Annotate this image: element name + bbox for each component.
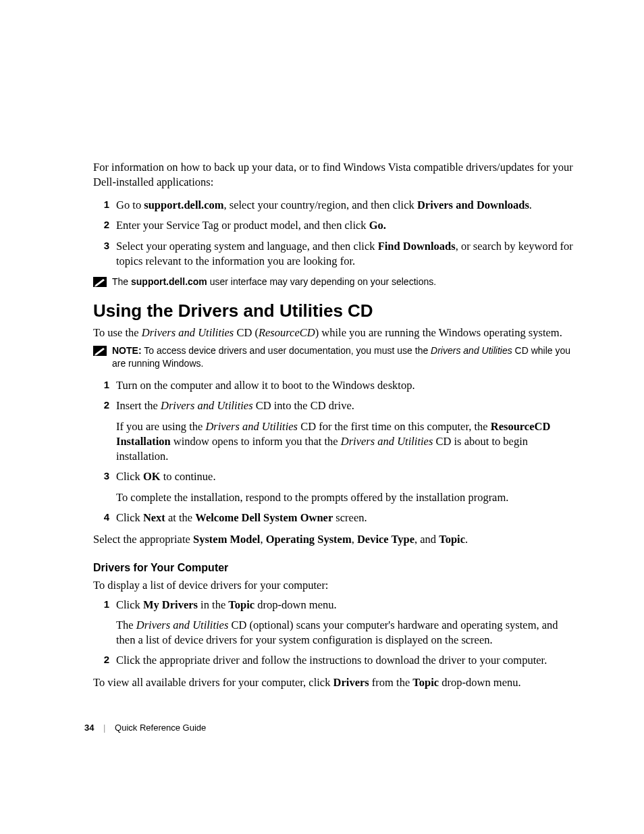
ordered-list-1: 1 Go to support.dell.com, select your co… [93, 198, 573, 269]
list2-item-1: 1 Turn on the computer and allow it to b… [93, 378, 573, 393]
list-item-extra: The Drivers and Utilities CD (optional) … [116, 618, 573, 648]
text: window opens to inform you that the [171, 435, 341, 448]
text: at the [165, 511, 195, 524]
list-number: 1 [97, 198, 109, 211]
bold: Topic [412, 676, 439, 689]
bold: OK [143, 470, 161, 483]
bold: Go. [369, 219, 386, 232]
text: Click [116, 470, 143, 483]
bold: Find Downloads [378, 240, 456, 253]
text: , [260, 533, 265, 546]
text: . [465, 533, 468, 546]
bold: Welcome Dell System Owner [195, 511, 333, 524]
italic: Drivers and Utilities [431, 345, 512, 356]
text: The [116, 619, 136, 631]
text: To use the [93, 326, 142, 339]
text: screen. [333, 511, 367, 524]
text: , and [414, 533, 439, 546]
list1-item-3: 3 Select your operating system and langu… [93, 239, 573, 269]
italic: Drivers and Utilities [136, 619, 229, 631]
list1-item-2: 2 Enter your Service Tag or product mode… [93, 218, 573, 233]
page-number: 34 [84, 723, 94, 733]
text: If you are using the [116, 420, 205, 433]
text: . [529, 199, 532, 211]
paragraph-view-all: To view all available drivers for your c… [93, 675, 573, 690]
document-page: For information on how to back up your d… [0, 0, 644, 834]
list-number: 4 [97, 511, 109, 524]
text: Click [116, 511, 143, 524]
list2-item-4: 4 Click Next at the Welcome Dell System … [93, 511, 573, 525]
note-label: NOTE: [112, 345, 142, 356]
text: Click the appropriate driver and follow … [116, 654, 547, 667]
bold: support.dell.com [131, 276, 207, 287]
text: Enter your Service Tag or product model,… [116, 219, 369, 232]
bold: Topic [228, 598, 254, 611]
list-number: 2 [97, 398, 109, 412]
paragraph-display: To display a list of device drivers for … [93, 578, 573, 593]
text: The [112, 276, 131, 287]
note-1: The support.dell.com user interface may … [93, 276, 573, 288]
text: To complete the installation, respond to… [116, 491, 508, 504]
list3-item-2: 2 Click the appropriate driver and follo… [93, 653, 573, 668]
note-text: The support.dell.com user interface may … [112, 276, 436, 288]
text: Select your operating system and languag… [116, 240, 378, 253]
list-number: 2 [97, 653, 109, 667]
text: Go to [116, 199, 144, 211]
italic: Drivers and Utilities [341, 435, 433, 448]
text: drop-down menu. [439, 676, 520, 689]
text: Insert the [116, 399, 161, 412]
text: Select the appropriate [93, 533, 193, 546]
paragraph-select: Select the appropriate System Model, Ope… [93, 532, 573, 547]
note-2: NOTE: To access device drivers and user … [93, 344, 573, 370]
italic: Drivers and Utilities [161, 399, 253, 412]
bold: Topic [439, 533, 465, 546]
bold: Operating System [266, 533, 352, 546]
text: to continue. [161, 470, 216, 483]
list-number: 1 [97, 598, 109, 611]
pencil-icon [93, 346, 107, 356]
text: CD ( [234, 326, 259, 339]
text: Click [116, 598, 143, 611]
text: To access device drivers and user docume… [142, 345, 431, 356]
list-number: 3 [97, 469, 109, 483]
italic: ResourceCD [259, 326, 315, 339]
list2-item-3: 3 Click OK to continue. To complete the … [93, 469, 573, 505]
text: Turn on the computer and allow it to boo… [116, 379, 415, 392]
intro-paragraph: For information on how to back up your d… [93, 160, 573, 190]
footer-title: Quick Reference Guide [115, 723, 206, 733]
list-number: 2 [97, 218, 109, 232]
section-heading: Using the Drivers and Utilities CD [93, 301, 573, 321]
text: CD for the first time on this computer, … [298, 420, 491, 433]
italic: Drivers and Utilities [205, 420, 298, 433]
paragraph: To use the Drivers and Utilities CD (Res… [93, 325, 573, 340]
pencil-icon [93, 277, 107, 287]
bold: Next [143, 511, 165, 524]
text: drop-down menu. [254, 598, 336, 611]
ordered-list-3: 1 Click My Drivers in the Topic drop-dow… [93, 598, 573, 669]
ordered-list-2: 1 Turn on the computer and allow it to b… [93, 378, 573, 525]
bold: Drivers [333, 676, 369, 689]
subsection-heading: Drivers for Your Computer [93, 562, 573, 574]
bold: support.dell.com [144, 199, 223, 211]
bold: My Drivers [143, 598, 198, 611]
list2-item-2: 2 Insert the Drivers and Utilities CD in… [93, 398, 573, 464]
text: To view all available drivers for your c… [93, 676, 333, 689]
bold: Drivers and Downloads [417, 199, 529, 211]
text: from the [369, 676, 413, 689]
list-number: 3 [97, 239, 109, 253]
text: , [352, 533, 357, 546]
list1-item-1: 1 Go to support.dell.com, select your co… [93, 198, 573, 213]
list-number: 1 [97, 378, 109, 392]
text: CD into the CD drive. [253, 399, 354, 412]
note-text: NOTE: To access device drivers and user … [112, 344, 573, 370]
bold: Device Type [357, 533, 414, 546]
list-item-extra: If you are using the Drivers and Utiliti… [116, 419, 573, 465]
list3-item-1: 1 Click My Drivers in the Topic drop-dow… [93, 598, 573, 648]
footer-separator: | [103, 723, 105, 733]
italic: Drivers and Utilities [142, 326, 234, 339]
text: user interface may vary depending on you… [207, 276, 436, 287]
list-item-extra: To complete the installation, respond to… [116, 490, 573, 505]
bold: System Model [193, 533, 260, 546]
text: ) while you are running the Windows oper… [315, 326, 562, 339]
page-footer: 34 | Quick Reference Guide [84, 723, 206, 733]
